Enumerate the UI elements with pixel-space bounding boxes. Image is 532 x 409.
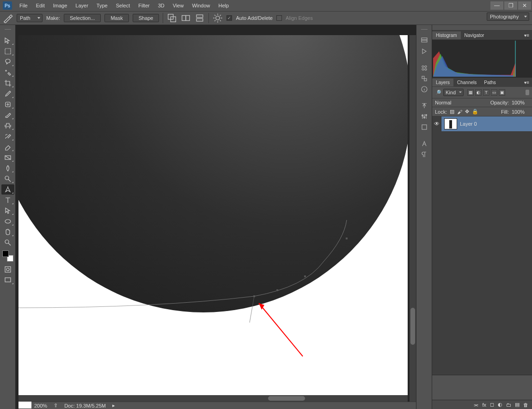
clone-stamp-tool[interactable]: [1, 121, 14, 131]
menu-3d[interactable]: 3D: [154, 1, 168, 10]
layer-visibility-icon[interactable]: 👁: [432, 116, 441, 131]
filter-smart-icon[interactable]: ▣: [499, 89, 505, 96]
path-alignment-icon[interactable]: [181, 13, 191, 23]
menu-type[interactable]: Type: [93, 1, 111, 10]
lock-pixels-icon[interactable]: 🖌: [457, 109, 462, 115]
paths-tab[interactable]: Paths: [480, 79, 500, 86]
scroll-thumb[interactable]: [268, 396, 305, 401]
fill-input[interactable]: 100%: [512, 109, 529, 115]
opacity-input[interactable]: 100%: [512, 100, 529, 105]
navigator-tab[interactable]: Navigator: [461, 31, 488, 39]
panel-collapse-grip[interactable]: [432, 25, 532, 31]
eyedropper-tool[interactable]: [1, 89, 14, 99]
auto-add-delete-checkbox[interactable]: ✓: [226, 15, 232, 21]
eraser-tool[interactable]: [1, 142, 14, 152]
histogram-tab[interactable]: Histogram: [432, 31, 461, 39]
blend-mode-dropdown[interactable]: Normal: [435, 100, 481, 105]
vertical-scrollbar[interactable]: [410, 35, 416, 409]
brush-tool[interactable]: [1, 110, 14, 120]
lasso-tool[interactable]: [1, 57, 14, 67]
lock-position-icon[interactable]: ✥: [465, 109, 469, 115]
menu-edit[interactable]: Edit: [32, 1, 49, 10]
foreground-color-swatch[interactable]: [2, 250, 9, 257]
quick-selection-tool[interactable]: [1, 67, 14, 78]
panel-grip[interactable]: [416, 27, 432, 31]
info-panel-icon[interactable]: [418, 84, 431, 94]
gear-icon[interactable]: [213, 13, 223, 23]
type-tool[interactable]: [1, 195, 14, 205]
menu-file[interactable]: File: [16, 1, 31, 10]
menu-filter[interactable]: Filter: [135, 1, 153, 10]
clone-source-panel-icon[interactable]: [418, 73, 431, 84]
paragraph-panel-icon[interactable]: [418, 149, 431, 159]
menu-view[interactable]: View: [169, 1, 188, 10]
workspace-dropdown[interactable]: Photography: [487, 12, 529, 21]
character-styles-icon[interactable]: [418, 139, 431, 149]
menu-select[interactable]: Select: [112, 1, 134, 10]
blur-tool[interactable]: [1, 163, 14, 173]
share-icon[interactable]: ⇪: [54, 403, 58, 409]
marquee-tool[interactable]: [1, 46, 14, 56]
path-operations-icon[interactable]: [167, 13, 177, 23]
character-panel-icon[interactable]: [418, 101, 431, 111]
maximize-button[interactable]: ❐: [504, 1, 517, 10]
minimize-button[interactable]: —: [490, 1, 503, 10]
hand-tool[interactable]: [1, 227, 14, 237]
filter-toggle[interactable]: [526, 90, 529, 95]
zoom-level[interactable]: 200%: [34, 403, 47, 409]
filter-shape-icon[interactable]: ▭: [491, 89, 497, 96]
menu-window[interactable]: Window: [188, 1, 214, 10]
move-tool[interactable]: [1, 36, 14, 46]
menu-layer[interactable]: Layer: [72, 1, 92, 10]
quick-mask-toggle[interactable]: [1, 264, 14, 275]
make-mask-button[interactable]: Mask: [104, 14, 128, 22]
panel-grip[interactable]: [0, 27, 15, 31]
link-layers-icon[interactable]: ⫘: [473, 402, 478, 408]
tool-mode-dropdown[interactable]: Path: [17, 14, 43, 22]
dodge-tool[interactable]: [1, 174, 14, 184]
new-layer-icon[interactable]: ▤: [515, 402, 520, 408]
lock-transparent-icon[interactable]: ▨: [450, 109, 454, 115]
path-arrangement-icon[interactable]: [195, 13, 205, 23]
styles-panel-icon[interactable]: [418, 122, 431, 132]
scroll-thumb[interactable]: [410, 308, 415, 345]
pen-tool-icon[interactable]: [3, 13, 13, 23]
healing-brush-tool[interactable]: [1, 99, 14, 110]
layer-row[interactable]: 👁 Layer 0: [432, 116, 532, 131]
panel-menu-icon[interactable]: ▾≡: [521, 33, 532, 38]
filter-pixel-icon[interactable]: ▦: [467, 89, 474, 96]
zoom-tool[interactable]: [1, 238, 14, 248]
layer-name[interactable]: Layer 0: [460, 121, 477, 127]
adjustment-layer-icon[interactable]: ◐: [498, 402, 502, 408]
menu-help[interactable]: Help: [215, 1, 233, 10]
color-swatches[interactable]: [2, 250, 13, 262]
gradient-tool[interactable]: [1, 153, 14, 163]
adjustments-panel-icon[interactable]: [418, 111, 431, 122]
panel-menu-icon[interactable]: ▾≡: [521, 80, 532, 85]
layers-tab[interactable]: Layers: [432, 79, 453, 86]
layer-mask-icon[interactable]: ◻: [490, 402, 494, 408]
layer-style-icon[interactable]: fx: [482, 402, 486, 408]
canvas[interactable]: [18, 35, 408, 409]
history-panel-icon[interactable]: [418, 36, 431, 46]
pen-tool[interactable]: [1, 184, 14, 195]
filter-adjustment-icon[interactable]: ◐: [475, 89, 482, 96]
make-shape-button[interactable]: Shape: [133, 14, 159, 22]
layer-group-icon[interactable]: 🗀: [506, 402, 511, 408]
history-brush-tool[interactable]: [1, 131, 14, 141]
crop-tool[interactable]: [1, 78, 14, 88]
menu-image[interactable]: Image: [49, 1, 71, 10]
ellipse-tool[interactable]: [1, 216, 14, 226]
delete-layer-icon[interactable]: 🗑: [523, 402, 528, 408]
channels-tab[interactable]: Channels: [453, 79, 480, 86]
layer-thumbnail[interactable]: [444, 118, 457, 129]
screen-mode-toggle[interactable]: [1, 275, 14, 285]
brush-panel-icon[interactable]: [418, 63, 431, 73]
chevron-right-icon[interactable]: ▸: [112, 403, 115, 409]
actions-panel-icon[interactable]: [418, 46, 431, 56]
lock-all-icon[interactable]: 🔒: [472, 109, 478, 115]
align-edges-checkbox[interactable]: [276, 15, 282, 21]
close-button[interactable]: ✕: [518, 1, 531, 10]
filter-type-icon[interactable]: T: [483, 89, 489, 96]
horizontal-scrollbar[interactable]: [18, 395, 408, 402]
